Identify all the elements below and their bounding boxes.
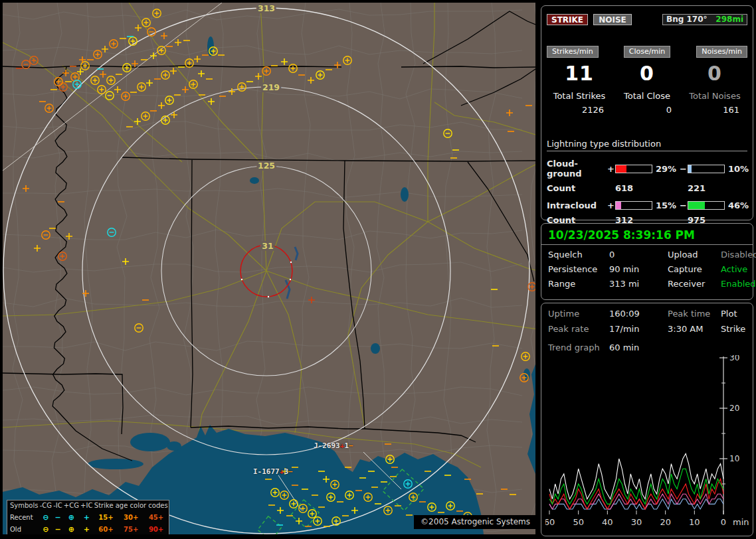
x-tick-label: 20 [660, 517, 671, 527]
plus-sign: + [607, 200, 615, 210]
x-tick-label: 10 [689, 517, 700, 527]
storm-id: I-1677 [253, 467, 280, 476]
legend-age-60+: 60+ [93, 524, 118, 534]
trend-graph: 1020306050403020100min [545, 355, 749, 533]
total-noises-label: Total Noises [681, 91, 749, 101]
status-row-squelch: Squelch 0 Upload Disabled [541, 250, 753, 260]
status-row-range: Range 313 mi Receiver Enabled [541, 279, 753, 289]
count-label: Count [547, 183, 607, 193]
legend-symbol-circle-plus-icon: ⊕ [63, 512, 80, 524]
ring-label-31: 31 [262, 241, 273, 251]
close-per-min-value: 0 [613, 62, 681, 85]
peak-rate-value: 17/min [609, 324, 668, 334]
legend-age-label: Old [7, 524, 39, 534]
statistics-panel: STRIKE NOISE Bng 170° 298mi Strikes/min … [541, 5, 753, 220]
legend-symbols-header: Symbols [7, 501, 39, 512]
distribution-title: Lightning type distribution [547, 139, 747, 151]
trend-window-value: 60 min [609, 343, 668, 352]
capture-label: Capture [668, 264, 721, 274]
x-tick-label: 0 [721, 517, 726, 527]
y-tick-label: 20 [729, 404, 739, 413]
status-panel: 10/23/2025 8:39:16 PM Squelch 0 Upload D… [541, 223, 753, 300]
total-strikes-label: Total Strikes [545, 91, 613, 101]
trend-graph-label: Trend graph [548, 343, 609, 352]
bearing-distance: 298mi [715, 15, 743, 25]
legend-age-30+: 30+ [118, 512, 143, 524]
storm-count: 3 [284, 467, 288, 476]
legend-symbol-circle-minus-icon: ⊖ [39, 524, 52, 534]
legend-symbol-circle-minus-icon: ⊖ [39, 512, 52, 524]
lightning-map[interactable]: 313 219 125 31 J-2693+1− I-1677+3− Symbo… [3, 3, 535, 534]
ring-label-125: 125 [258, 161, 275, 171]
cg-minus-pct: 10% [725, 164, 749, 174]
noise-mode-button[interactable]: NOISE [593, 14, 632, 25]
cloud-ground-label: Cloud-ground [547, 159, 607, 179]
x-tick-label: 40 [602, 517, 613, 527]
legend-col-pic: +IC [80, 501, 93, 512]
uptime-label: Uptime [548, 309, 609, 319]
legend-col-pcg: +CG [63, 501, 80, 512]
trend-graph-row: Trend graph 60 min [541, 343, 753, 352]
plot-label: Plot [721, 309, 746, 319]
ic-plus-pct: 15% [652, 200, 679, 210]
peak-time-label: Peak time [668, 309, 721, 319]
persistence-value: 90 min [609, 264, 668, 274]
ring-label-313: 313 [258, 3, 275, 13]
noises-per-min-chip: Noises/min [696, 46, 747, 58]
legend-recent-row: Recent⊖−⊕+15+30+45+ [7, 512, 169, 524]
legend-symbol-minus-icon: − [52, 524, 63, 534]
total-close-label: Total Close [613, 91, 681, 101]
close-per-min-column: Close/min 0 Total Close 0 [613, 46, 681, 115]
storm-cell-label-i1677: I-1677+3− [253, 467, 293, 476]
cloud-ground-row: Cloud-ground + 29% − 10% [547, 159, 747, 179]
storm-id: J-2693 [314, 441, 340, 450]
ic-minus-pct: 46% [725, 200, 749, 210]
cg-plus-bar [615, 165, 652, 173]
plus-sign: + [607, 164, 615, 174]
map-legend: Symbols -CG -IC +CG +IC Strike age color… [7, 500, 169, 534]
map-canvas: 313 219 125 31 [3, 3, 535, 534]
peak-time-value: 3:30 AM [668, 324, 721, 334]
rate-columns: Strikes/min 11 Total Strikes 2126 Close/… [545, 46, 749, 115]
lightning-distribution: Lightning type distribution Cloud-ground… [547, 139, 747, 225]
total-close-value: 0 [613, 105, 681, 115]
bearing-label: Bng 170° [666, 15, 708, 25]
storm-trend-icon: − [288, 467, 293, 476]
uptime-value: 160:09 [609, 309, 668, 319]
strike-mode-button[interactable]: STRIKE [547, 14, 588, 25]
ring-label-219: 219 [262, 82, 280, 92]
total-noises-value: 161 [681, 105, 749, 115]
legend-header-row: Symbols -CG -IC +CG +IC Strike age color… [7, 501, 169, 512]
upload-label: Upload [668, 250, 721, 260]
trend-panel: Uptime 160:09 Peak time Plot Peak rate 1… [541, 303, 753, 536]
storm-cell-label-j2693: J-2693+1− [314, 441, 353, 450]
strikes-per-min-value: 11 [545, 62, 613, 85]
strikes-per-min-chip: Strikes/min [547, 46, 599, 58]
legend-age-label: Recent [7, 512, 39, 524]
cg-minus-count: 221 [688, 183, 725, 193]
status-row-persistence: Persistence 90 min Capture Active [541, 264, 753, 274]
close-per-min-chip: Close/min [624, 46, 670, 58]
receiver-label: Receiver [668, 279, 721, 289]
ic-minus-bar [688, 201, 725, 210]
range-value: 313 mi [609, 279, 668, 289]
intracloud-row: Intracloud + 15% − 46% [547, 200, 747, 210]
strikes-per-min-column: Strikes/min 11 Total Strikes 2126 [545, 46, 613, 115]
storm-trend-icon: − [349, 441, 353, 450]
legend-old-row: Old⊖−⊕+60+75+90+ [7, 524, 169, 534]
cloud-ground-count-row: Count 618 221 [547, 183, 747, 193]
legend-age-header: Strike age color codes [93, 501, 169, 512]
ic-plus-bar [615, 201, 652, 210]
cg-plus-count: 618 [615, 183, 652, 193]
uptime-row: Uptime 160:09 Peak time Plot [541, 309, 753, 319]
persistence-label: Persistence [548, 264, 609, 274]
legend-symbol-plus-icon: + [80, 512, 93, 524]
x-tick-label: 60 [545, 517, 555, 527]
trend-series-ic- [549, 494, 723, 509]
legend-col-nic: -IC [52, 501, 63, 512]
peak-rate-label: Peak rate [548, 324, 609, 334]
squelch-label: Squelch [548, 250, 609, 260]
peak-rate-row: Peak rate 17/min 3:30 AM Strike [541, 324, 753, 334]
storm-count: 1 [344, 441, 349, 450]
minus-sign: − [679, 200, 688, 210]
